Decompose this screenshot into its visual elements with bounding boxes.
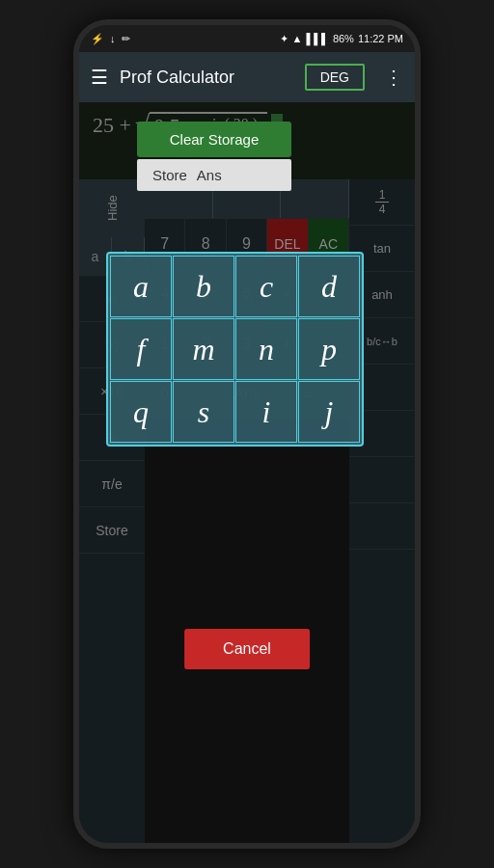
var-cell-s[interactable]: s <box>173 381 234 443</box>
phone-content: 25 + √ 0.5 × sin( 30 ) Clear Storage <box>79 102 415 843</box>
clear-storage-button[interactable]: Clear Storage <box>137 122 291 157</box>
var-cell-p[interactable]: p <box>298 318 360 380</box>
status-bar: ⚡ ↓ ✏ ✦ ▲ ▌▌▌ 86% 11:22 PM <box>79 25 415 52</box>
edit-icon: ✏ <box>122 33 130 45</box>
toolbar: ☰ Prof Calculator DEG ⋮ <box>79 52 415 102</box>
usb-icon: ⚡ <box>91 33 104 45</box>
var-cell-c[interactable]: c <box>235 256 297 317</box>
store-label[interactable]: Store <box>152 167 187 183</box>
popup-area: Clear Storage Store Ans <box>137 122 291 191</box>
status-icons-right: ✦ ▲ ▌▌▌ 86% 11:22 PM <box>280 33 403 45</box>
more-options-icon[interactable]: ⋮ <box>384 66 403 89</box>
clock: 11:22 PM <box>358 33 403 44</box>
variable-grid: abcdfmnpqsij <box>110 256 360 443</box>
battery-level: 86% <box>333 33 354 44</box>
var-cell-i[interactable]: i <box>235 381 297 443</box>
var-cell-q[interactable]: q <box>110 381 172 443</box>
ans-label[interactable]: Ans <box>197 167 222 183</box>
signal-icon: ▌▌▌ <box>306 33 328 44</box>
deg-button[interactable]: DEG <box>305 64 365 91</box>
var-cell-b[interactable]: b <box>173 256 234 317</box>
var-cell-a[interactable]: a <box>110 256 172 317</box>
var-cell-f[interactable]: f <box>110 318 172 380</box>
cancel-overlay: Cancel <box>184 629 310 669</box>
cancel-button[interactable]: Cancel <box>184 629 310 669</box>
store-ans-row: Store Ans <box>137 159 291 191</box>
phone-frame: ⚡ ↓ ✏ ✦ ▲ ▌▌▌ 86% 11:22 PM ☰ Prof Calcul… <box>73 19 421 849</box>
bluetooth-icon: ✦ <box>280 33 288 45</box>
status-icons-left: ⚡ ↓ ✏ <box>91 33 130 45</box>
wifi-icon: ▲ <box>292 33 303 44</box>
var-cell-j[interactable]: j <box>298 381 360 443</box>
variable-grid-container: abcdfmnpqsij <box>106 252 364 447</box>
download-icon: ↓ <box>110 33 116 44</box>
menu-icon[interactable]: ☰ <box>91 66 108 89</box>
app-title: Prof Calculator <box>120 68 293 88</box>
var-cell-m[interactable]: m <box>173 318 234 380</box>
grid-backdrop <box>79 102 415 843</box>
var-cell-n[interactable]: n <box>235 318 297 380</box>
var-cell-d[interactable]: d <box>298 256 360 317</box>
